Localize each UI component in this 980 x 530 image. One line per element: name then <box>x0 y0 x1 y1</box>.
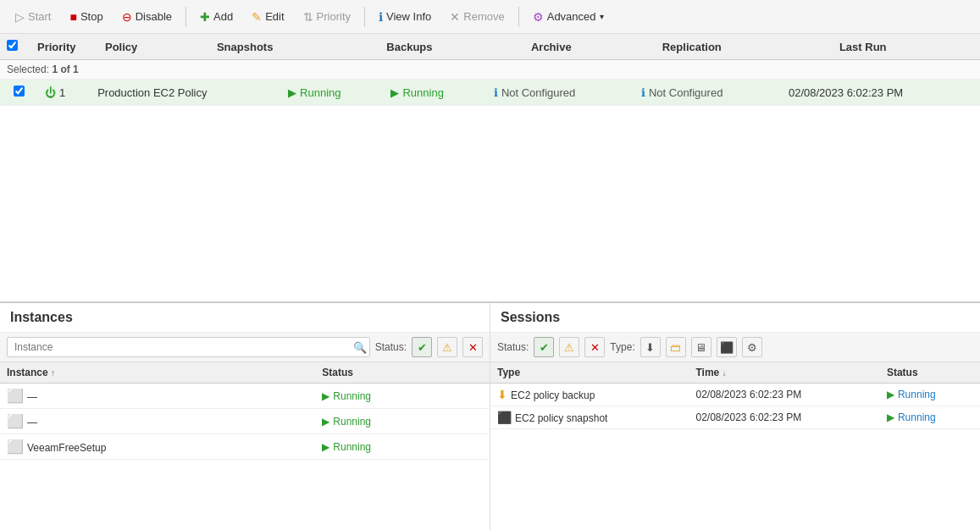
priority-button[interactable]: ⇅ Priority <box>295 7 359 27</box>
row-check[interactable] <box>0 80 38 106</box>
running-icon: ▶ <box>288 86 296 99</box>
instance-status: ▶Running <box>315 409 490 434</box>
row-priority: ⏻1 <box>38 80 91 106</box>
sessions-type-label: Type: <box>610 341 634 353</box>
row-policy: Production EC2 Policy <box>91 80 281 106</box>
add-button[interactable]: ✚ Add <box>191 7 241 27</box>
info-icon-replication: ℹ <box>641 86 645 99</box>
session-running-icon: ▶ <box>887 389 894 400</box>
type-snapshot-filter[interactable]: ⬛ <box>717 337 737 357</box>
chevron-down-icon: ▾ <box>600 12 604 21</box>
search-button[interactable]: 🔍 <box>353 341 367 354</box>
sessions-title: Sessions <box>490 303 980 333</box>
row-replication: ℹNot Configured <box>634 80 782 106</box>
instance-icon: ⬜ <box>7 414 24 428</box>
type-screen-filter[interactable]: 🖥 <box>691 337 711 357</box>
play-icon: ▷ <box>15 10 25 24</box>
instances-col-status: Status <box>315 362 490 384</box>
stop-button[interactable]: ■ Stop <box>61 7 111 27</box>
instance-row[interactable]: ⬜— ▶Running <box>0 409 490 434</box>
start-button[interactable]: ▷ Start <box>7 7 59 27</box>
session-status-link[interactable]: Running <box>898 389 936 400</box>
error-icon: ✕ <box>468 341 478 354</box>
disable-button[interactable]: ⊖ Disable <box>114 7 180 27</box>
header-priority: Priority <box>30 34 98 60</box>
type-config-filter[interactable]: ⚙ <box>742 337 762 357</box>
instance-row[interactable]: ⬜— ▶Running <box>0 384 490 409</box>
sessions-status-label: Status: <box>497 341 529 353</box>
type-icon: ⬛ <box>497 411 512 424</box>
running-play-icon: ▶ <box>322 441 329 453</box>
instances-col-name[interactable]: Instance ↑ <box>0 362 315 384</box>
type-download-filter[interactable]: ⬇ <box>640 337 661 357</box>
instances-toolbar: 🔍 Status: ✔ ⚠ ✕ <box>0 333 490 362</box>
sessions-status-ok[interactable]: ✔ <box>534 337 554 357</box>
viewinfo-button[interactable]: ℹ View Info <box>370 7 440 27</box>
warning-icon: ⚠ <box>442 341 452 354</box>
instance-icon: ⬜ <box>7 439 24 454</box>
session-type: ⬛EC2 policy snapshot <box>490 406 689 429</box>
session-status-link[interactable]: Running <box>898 411 936 423</box>
stop-icon: ■ <box>69 10 76 24</box>
session-row[interactable]: ⬛EC2 policy snapshot 02/08/2023 6:02:23 … <box>490 406 980 429</box>
row-archive: ℹNot Configured <box>487 80 634 106</box>
sessions-panel: Sessions Status: ✔ ⚠ ✕ Type: ⬇ 🗃 <box>490 303 980 530</box>
row-snapshots: ▶Running <box>281 80 384 106</box>
status-warn-filter[interactable]: ⚠ <box>437 337 457 357</box>
type-icon: ⬇ <box>497 388 507 401</box>
instances-content: Instance ↑ Status ⬜— ▶Running ⬜— <box>0 362 490 530</box>
session-time: 02/08/2023 6:02:23 PM <box>689 384 879 406</box>
info-icon-archive: ℹ <box>494 86 498 99</box>
sessions-col-type: Type <box>490 362 689 384</box>
instance-search-input[interactable] <box>7 337 370 357</box>
session-time: 02/08/2023 6:02:23 PM <box>689 406 879 429</box>
header-backups: Backups <box>379 34 524 60</box>
running-icon-2: ▶ <box>390 86 399 99</box>
row-checkbox[interactable] <box>14 86 25 97</box>
row-backups: ▶Running <box>384 80 486 106</box>
header-policy: Policy <box>98 34 210 60</box>
sort-asc-icon: ↑ <box>51 368 55 378</box>
policy-data-table: ⏻1 Production EC2 Policy ▶Running ▶Runni… <box>0 80 980 106</box>
main-toolbar: ▷ Start ■ Stop ⊖ Disable ✚ Add ✎ Edit ⇅ … <box>0 0 980 34</box>
running-play-icon: ▶ <box>322 390 329 402</box>
snapshot-icon: ⬛ <box>720 341 734 354</box>
power-icon: ⏻ <box>45 86 56 99</box>
header-lastrun: Last Run <box>833 34 980 60</box>
sort-desc-icon: ↓ <box>723 368 727 378</box>
selected-info: Selected: 1 of 1 <box>0 60 980 80</box>
session-status: ▶ Running <box>880 384 980 406</box>
status-ok-filter[interactable]: ✔ <box>412 337 432 357</box>
screen-icon: 🖥 <box>695 341 706 354</box>
instance-name: ⬜— <box>0 384 315 409</box>
sessions-table: Type Time ↓ Status ⬇EC2 policy backup 02… <box>490 362 980 429</box>
table-row[interactable]: ⏻1 Production EC2 Policy ▶Running ▶Runni… <box>0 80 980 106</box>
remove-button[interactable]: ✕ Remove <box>441 7 512 27</box>
instances-table: Instance ↑ Status ⬜— ▶Running ⬜— <box>0 362 490 460</box>
sessions-col-time[interactable]: Time ↓ <box>689 362 879 384</box>
remove-icon: ✕ <box>450 10 460 24</box>
archive-icon: 🗃 <box>670 341 681 354</box>
session-row[interactable]: ⬇EC2 policy backup 02/08/2023 6:02:23 PM… <box>490 384 980 406</box>
instances-panel: Instances 🔍 Status: ✔ ⚠ ✕ <box>0 303 490 530</box>
instance-row[interactable]: ⬜VeeamFreeSetup ▶Running <box>0 434 490 460</box>
checkmark-icon: ✔ <box>418 341 427 354</box>
instance-name: ⬜VeeamFreeSetup <box>0 434 315 460</box>
edit-button[interactable]: ✎ Edit <box>243 7 292 27</box>
instance-status: ▶Running <box>315 434 490 460</box>
status-error-filter[interactable]: ✕ <box>462 337 483 357</box>
sessions-content: Type Time ↓ Status ⬇EC2 policy backup 02… <box>490 362 980 530</box>
select-all-checkbox[interactable] <box>7 40 18 51</box>
separator-2 <box>364 7 365 27</box>
running-play-icon: ▶ <box>322 416 329 428</box>
advanced-button[interactable]: ⚙ Advanced ▾ <box>524 7 612 27</box>
header-archive: Archive <box>524 34 656 60</box>
header-snapshots: Snapshots <box>210 34 379 60</box>
sessions-status-warn[interactable]: ⚠ <box>559 337 579 357</box>
sessions-col-status: Status <box>880 362 980 384</box>
instance-status: ▶Running <box>315 384 490 409</box>
session-status: ▶ Running <box>880 406 980 429</box>
header-check[interactable] <box>0 34 30 60</box>
type-archive-filter[interactable]: 🗃 <box>666 337 686 357</box>
sessions-status-error[interactable]: ✕ <box>584 337 605 357</box>
